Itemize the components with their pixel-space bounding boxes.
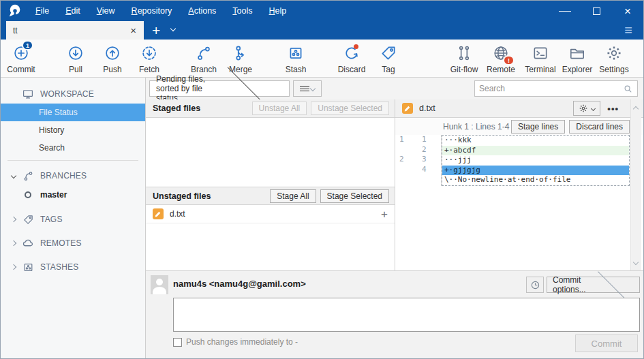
hamburger-menu-icon[interactable]: ≡ (624, 23, 632, 37)
minimize-button[interactable] (549, 1, 581, 21)
diff-line[interactable]: \··No·newline·at·end·of·file (442, 175, 629, 185)
toolbar-remote[interactable]: ! Remote (482, 40, 519, 77)
tab-close-icon[interactable]: × (128, 25, 138, 35)
menu-edit[interactable]: Edit (59, 3, 87, 18)
close-button[interactable]: × (612, 1, 643, 21)
maximize-icon (593, 7, 600, 15)
commit-button[interactable]: Commit (575, 334, 638, 352)
diff-line[interactable]: +·gjjgjg (442, 166, 629, 176)
toolbar-settings[interactable]: Settings (596, 40, 632, 77)
diff-line[interactable]: ···jjj (442, 155, 629, 166)
push-immediately-row: Push changes immediately to - (173, 337, 298, 347)
hunk-title: Hunk 1 : Lines 1-4 (443, 122, 511, 131)
toolbar-fetch[interactable]: Fetch (131, 40, 168, 77)
toolbar-tag[interactable]: Tag (370, 40, 407, 77)
sourcetree-window: File Edit View Repository Actions Tools … (0, 0, 644, 359)
sidebar-section-remotes[interactable]: REMOTES (1, 233, 145, 253)
sidebar-item-history[interactable]: History (1, 121, 145, 139)
diff-line[interactable]: +·abcdf (442, 146, 629, 156)
diff-scrollbar[interactable] (630, 99, 641, 270)
toolbar-terminal[interactable]: Terminal (522, 40, 559, 77)
chevron-down-icon (170, 26, 176, 31)
stage-all-button[interactable]: Stage All (270, 189, 316, 203)
recent-messages-button[interactable] (526, 277, 544, 293)
tab-title: tt (13, 26, 128, 35)
chevron-right-icon[interactable] (6, 241, 21, 245)
menu-actions[interactable]: Actions (181, 3, 223, 18)
chevron-down-icon (598, 269, 629, 300)
toolbar-explorer[interactable]: Explorer (559, 40, 596, 77)
sidebar-item-file-status[interactable]: File Status (1, 104, 145, 121)
push-icon (102, 43, 123, 63)
sidebar-branch-master[interactable]: master (1, 186, 145, 204)
close-icon: × (624, 5, 631, 17)
tag-icon (378, 43, 399, 63)
stage-selected-button[interactable]: Stage Selected (320, 189, 389, 203)
filter-bar: Pending files, sorted by file status (146, 78, 643, 99)
gear-icon (579, 104, 588, 113)
file-name: d.txt (170, 209, 381, 219)
branch-icon (194, 43, 214, 63)
discard-lines-button[interactable]: Discard lines (569, 120, 630, 134)
toolbar-branch[interactable]: Branch (185, 40, 222, 77)
toolbar-commit[interactable]: 1 Commit (3, 40, 40, 77)
toolbar-pull[interactable]: Pull (57, 40, 94, 77)
chevron-right-icon[interactable] (6, 217, 21, 221)
clock-icon (530, 280, 540, 290)
unstage-selected-button[interactable]: Unstage Selected (311, 102, 389, 115)
unstaged-file-row[interactable]: d.txt + (146, 205, 395, 223)
main-toolbar: 1 Commit Pull Push Fetch Branch (1, 40, 643, 78)
menu-tools[interactable]: Tools (226, 3, 259, 18)
modified-file-icon (153, 208, 164, 219)
toolbar-discard[interactable]: Discard (333, 40, 370, 77)
diff-options-button[interactable] (573, 101, 600, 116)
unstage-all-button[interactable]: Unstage All (252, 102, 307, 115)
scroll-up-icon[interactable] (634, 104, 638, 113)
stage-file-plus-button[interactable]: + (381, 208, 388, 220)
stage-lines-button[interactable]: Stage lines (511, 120, 565, 134)
commit-author: namu4s <namu4g@gamil.com> (173, 279, 306, 289)
menu-view[interactable]: View (90, 3, 122, 18)
menu-repository[interactable]: Repository (125, 3, 179, 18)
merge-icon (230, 43, 251, 63)
maximize-button[interactable] (581, 1, 612, 21)
menu-help[interactable]: Help (262, 3, 294, 18)
pending-files-dropdown[interactable]: Pending files, sorted by file status (149, 80, 290, 97)
remote-globe-icon: ! (491, 43, 511, 63)
fetch-icon (139, 43, 159, 63)
more-options-button[interactable]: ••• (607, 104, 619, 114)
sidebar-item-search[interactable]: Search (1, 139, 145, 157)
staged-files-list[interactable] (146, 118, 395, 187)
folder-icon (567, 43, 587, 63)
toolbar-stash[interactable]: Stash (277, 40, 314, 77)
commit-circle-icon (21, 191, 35, 199)
sidebar-section-tags[interactable]: TAGS (1, 209, 145, 230)
search-icon (623, 84, 633, 94)
chevron-down-icon[interactable] (6, 174, 21, 178)
view-options-dropdown[interactable] (293, 80, 322, 97)
commit-message-input[interactable] (173, 298, 640, 332)
sidebar-section-workspace[interactable]: WORKSPACE (1, 84, 145, 104)
tab-list-caret[interactable] (171, 23, 175, 33)
push-checkbox[interactable] (173, 338, 182, 347)
modified-file-icon (402, 103, 413, 114)
terminal-icon (530, 43, 551, 63)
new-tab-button[interactable]: + (152, 23, 160, 37)
scroll-down-icon[interactable] (634, 257, 638, 266)
commit-options-dropdown[interactable]: Commit options... (547, 277, 640, 293)
diff-file-name: d.txt (419, 104, 573, 113)
push-checkbox-label: Push changes immediately to - (186, 337, 298, 347)
menu-file[interactable]: File (29, 3, 56, 18)
search-input[interactable] (479, 84, 623, 93)
unstaged-files-title: Unstaged files (153, 191, 270, 201)
merge-item toolbar-merge[interactable]: Merge (222, 40, 259, 77)
toolbar-push[interactable]: Push (94, 40, 131, 77)
window-controls: × (549, 1, 643, 21)
toolbar-gitflow[interactable]: Git-flow (446, 40, 482, 77)
diff-line[interactable]: ···kkk (442, 136, 629, 146)
repo-tab[interactable]: tt × (6, 21, 144, 40)
sidebar-section-stashes[interactable]: STASHES (1, 257, 145, 277)
chevron-right-icon[interactable] (6, 265, 21, 269)
menu-bar: File Edit View Repository Actions Tools … (29, 3, 293, 18)
sidebar-section-branches[interactable]: BRANCHES (1, 166, 145, 186)
